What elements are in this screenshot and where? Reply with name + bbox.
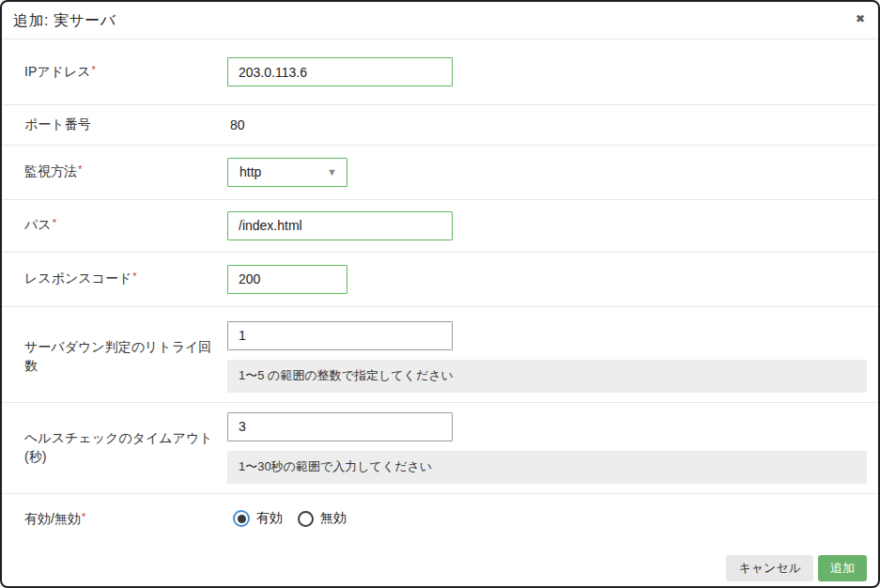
radio-selected-icon[interactable] — [233, 510, 250, 527]
retry-count-help: 1〜5 の範囲の整数で指定してください — [227, 360, 867, 393]
path-label: パス* — [24, 216, 227, 235]
timeout-label: ヘルスチェックのタイムアウト(秒) — [24, 429, 227, 466]
modal-footer: キャンセル 追加 — [2, 544, 878, 588]
field-row-port: ポート番号 80 — [2, 105, 878, 146]
path-input[interactable] — [227, 211, 453, 240]
response-code-label-text: レスポンスコード — [24, 271, 131, 286]
timeout-help: 1〜30秒の範囲で入力してください — [227, 451, 867, 484]
field-row-retry-count: サーバダウン判定のリトライ回数 1〜5 の範囲の整数で指定してください — [2, 307, 878, 403]
monitor-method-label: 監視方法* — [24, 162, 227, 181]
close-icon[interactable]: ✖ — [854, 11, 867, 26]
ip-address-label: IPアドレス* — [24, 63, 227, 82]
port-value: 80 — [230, 117, 245, 132]
port-label-text: ポート番号 — [24, 116, 91, 132]
timeout-label-text: ヘルスチェックのタイムアウト(秒) — [24, 430, 213, 464]
modal-title: 追加: 実サーバ — [13, 12, 116, 28]
timeout-input[interactable] — [227, 412, 453, 441]
path-label-text: パス — [24, 217, 52, 232]
required-asterisk: * — [53, 217, 56, 228]
radio-option-enabled-label: 有効 — [256, 510, 283, 527]
timeout-help-text: 1〜30秒の範囲で入力してください — [239, 458, 432, 475]
response-code-label: レスポンスコード* — [24, 270, 227, 288]
radio-dot — [238, 515, 246, 523]
required-asterisk: * — [92, 64, 96, 75]
ip-address-input[interactable] — [227, 57, 453, 86]
add-real-server-modal: 追加: 実サーバ ✖ IPアドレス* ポート番号 80 監視方法* http ▼… — [0, 0, 880, 588]
field-row-path: パス* — [2, 200, 878, 253]
radio-unselected-icon[interactable] — [298, 511, 314, 527]
monitor-method-label-text: 監視方法 — [24, 163, 77, 178]
retry-count-label-text: サーバダウン判定のリトライ回数 — [24, 339, 211, 373]
port-label: ポート番号 — [24, 116, 227, 134]
field-row-timeout: ヘルスチェックのタイムアウト(秒) 1〜30秒の範囲で入力してください — [2, 403, 878, 494]
chevron-down-icon: ▼ — [327, 166, 337, 178]
ip-address-label-text: IPアドレス — [24, 64, 91, 79]
monitor-method-selected-value: http — [239, 164, 261, 179]
cancel-button[interactable]: キャンセル — [726, 555, 813, 581]
enabled-label-text: 有効/無効 — [24, 511, 81, 526]
field-row-response-code: レスポンスコード* — [2, 253, 878, 307]
monitor-method-select[interactable]: http ▼ — [227, 158, 347, 187]
enabled-radio-group: 有効 無効 — [233, 510, 867, 527]
radio-option-enabled[interactable]: 有効 — [233, 510, 283, 527]
retry-count-help-text: 1〜5 の範囲の整数で指定してください — [239, 367, 454, 384]
required-asterisk: * — [82, 511, 85, 522]
modal-header: 追加: 実サーバ ✖ — [2, 2, 878, 39]
required-asterisk: * — [132, 271, 136, 282]
retry-count-input[interactable] — [227, 321, 453, 350]
field-row-ip-address: IPアドレス* — [2, 39, 878, 105]
radio-option-disabled[interactable]: 無効 — [298, 510, 347, 527]
retry-count-label: サーバダウン判定のリトライ回数 — [24, 338, 227, 375]
response-code-input[interactable] — [227, 265, 347, 294]
field-row-monitor-method: 監視方法* http ▼ — [2, 146, 878, 200]
required-asterisk: * — [78, 163, 82, 175]
field-row-enabled: 有効/無効* 有効 無効 — [2, 494, 878, 545]
add-button[interactable]: 追加 — [818, 555, 867, 581]
enabled-label: 有効/無効* — [24, 510, 227, 529]
radio-option-disabled-label: 無効 — [320, 510, 347, 527]
